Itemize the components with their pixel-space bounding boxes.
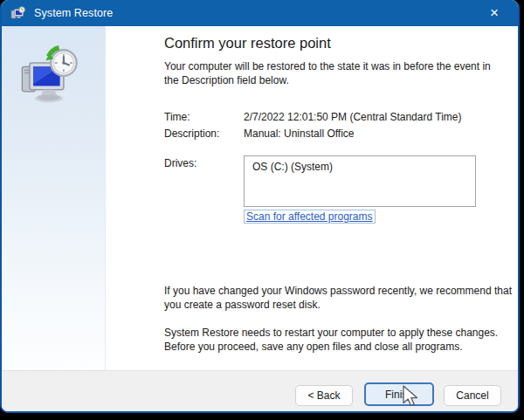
description-value: Manual: Uninstall Office: [244, 127, 355, 140]
scan-affected-programs-link[interactable]: Scan for affected programs: [244, 210, 376, 224]
drive-item: OS (C:) (System): [252, 161, 333, 173]
page-title: Confirm your restore point: [164, 35, 331, 52]
time-value: 2/7/2022 12:01:50 PM (Central Standard T…: [244, 111, 461, 123]
footer-bar: < Back Finish Cancel: [2, 370, 518, 411]
time-label: Time:: [164, 111, 190, 123]
sidebar: [2, 26, 106, 370]
drives-list[interactable]: OS (C:) (System): [244, 155, 476, 207]
restart-note: System Restore needs to restart your com…: [164, 326, 498, 354]
close-button[interactable]: ×: [476, 0, 513, 26]
system-restore-icon: [16, 45, 82, 112]
system-restore-window: System Restore ×: [0, 0, 520, 413]
finish-button[interactable]: Finish: [364, 382, 434, 406]
titlebar: System Restore ×: [2, 0, 518, 26]
password-note: If you have changed your Windows passwor…: [164, 284, 512, 312]
main-content: Confirm your restore point Your computer…: [107, 26, 518, 370]
cancel-button[interactable]: Cancel: [444, 385, 501, 406]
intro-text: Your computer will be restored to the st…: [164, 59, 491, 87]
screenshot-root: { "window": { "title": "System Restore",…: [0, 0, 524, 420]
description-label: Description:: [164, 127, 219, 140]
back-button[interactable]: < Back: [295, 385, 353, 406]
close-icon: ×: [490, 4, 499, 21]
window-title: System Restore: [34, 7, 113, 19]
system-restore-mini-icon: [10, 6, 26, 20]
drives-label: Drives:: [164, 157, 196, 169]
